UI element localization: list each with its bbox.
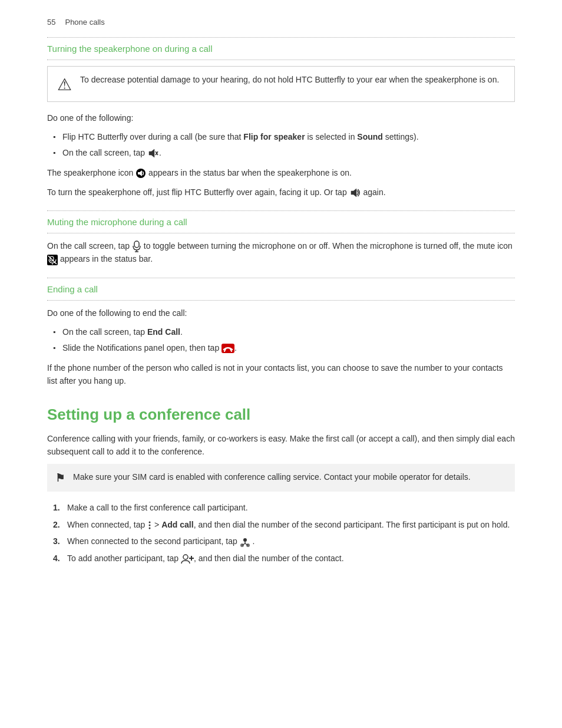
conference-step-4: 4. To add another participant, tap , and… [53, 552, 515, 565]
conference-intro: Conference calling with your friends, fa… [47, 432, 515, 459]
mute-icon [47, 255, 58, 265]
ending-bullets: On the call screen, tap End Call. Slide … [47, 325, 515, 354]
speaker-icon-inline-2 [349, 188, 361, 197]
step-num-4: 4. [53, 552, 60, 565]
svg-rect-6 [134, 241, 139, 248]
page-header: 55 Phone calls [47, 18, 515, 27]
section-divider-ending-top [47, 278, 515, 278]
mic-icon [132, 241, 141, 252]
svg-marker-0 [149, 149, 154, 157]
page-number: 55 [47, 18, 55, 27]
svg-point-16 [149, 522, 151, 523]
note-text: Make sure your SIM card is enabled with … [73, 471, 471, 483]
muting-para: On the call screen, tap to toggle betwee… [47, 239, 515, 266]
speakerphone-bullets: Flip HTC Butterfly over during a call (b… [47, 130, 515, 159]
section-divider-muting-bottom [47, 233, 515, 233]
section-divider-speakerphone [47, 37, 515, 38]
speakerphone-para2: To turn the speakerphone off, just flip … [47, 186, 515, 199]
merge-calls-icon [240, 537, 250, 548]
page-category: Phone calls [65, 18, 104, 27]
ending-intro: Do one of the following to end the call: [47, 307, 515, 319]
more-options-icon [147, 521, 152, 530]
ending-para: If the phone number of the person who ca… [47, 361, 515, 388]
warning-text: To decrease potential damage to your hea… [80, 74, 499, 86]
section-title-speakerphone: Turning the speakerphone on during a cal… [47, 44, 515, 54]
step-num-3: 3. [53, 535, 60, 548]
speakerphone-status-icon [135, 168, 146, 179]
step-num-2: 2. [53, 518, 60, 531]
conference-step-3: 3. When connected to the second particip… [53, 535, 515, 548]
speakerphone-bullet-2: On the call screen, tap . [53, 146, 515, 159]
svg-point-19 [243, 538, 247, 542]
svg-marker-5 [351, 189, 356, 197]
page-container: 55 Phone calls Turning the speakerphone … [0, 0, 562, 595]
ending-bullet-1: On the call screen, tap End Call. [53, 325, 515, 338]
speakerphone-intro: Do one of the following: [47, 111, 515, 124]
warning-icon: ⚠ [57, 75, 72, 94]
svg-point-17 [149, 525, 151, 526]
section-divider-muting-top [47, 210, 515, 211]
ending-bullet-2: Slide the Notifications panel open, then… [53, 341, 515, 354]
svg-point-18 [149, 528, 151, 529]
add-person-icon [181, 554, 194, 564]
section-divider-speakerphone-bottom [47, 60, 515, 60]
conference-steps: 1. Make a call to the first conference c… [47, 501, 515, 565]
warning-box-speakerphone: ⚠ To decrease potential damage to your h… [47, 66, 515, 102]
svg-point-25 [183, 555, 188, 559]
speakerphone-para1: The speakerphone icon appears in the sta… [47, 166, 515, 179]
section-title-ending: Ending a call [47, 284, 515, 294]
end-call-icon [222, 344, 234, 353]
speakerphone-bullet-1: Flip HTC Butterfly over during a call (b… [53, 130, 515, 143]
step-num-1: 1. [53, 501, 60, 514]
conference-step-2: 2. When connected, tap > Add call, and t… [53, 518, 515, 531]
section-divider-ending-bottom [47, 300, 515, 301]
note-flag-icon: ⚑ [55, 472, 65, 485]
speaker-icon-inline-1 [147, 149, 159, 158]
note-box-conference: ⚑ Make sure your SIM card is enabled wit… [47, 464, 515, 492]
conference-step-1: 1. Make a call to the first conference c… [53, 501, 515, 514]
section-title-muting: Muting the microphone during a call [47, 217, 515, 227]
section-title-conference: Setting up a conference call [47, 406, 515, 424]
